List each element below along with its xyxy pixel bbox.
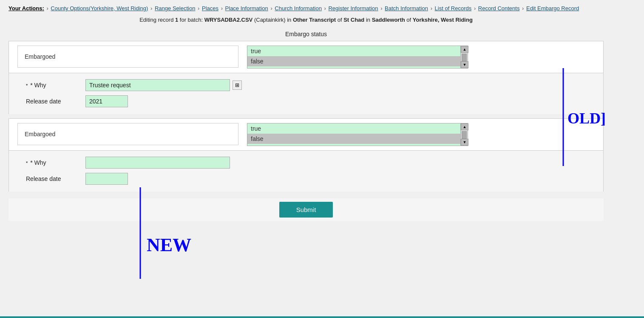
old-why-row: * * Why ⊞: [26, 77, 586, 91]
new-embargo-section: Embargoed true false ▲ ▼: [9, 118, 604, 151]
breadcrumb-places[interactable]: Places: [202, 5, 218, 11]
your-actions-label: Your Actions:: [9, 5, 44, 11]
breadcrumb-record-contents[interactable]: Record Contents: [478, 5, 520, 11]
old-scroll-up-arrow[interactable]: ▲: [461, 46, 468, 53]
new-scroll-thumb: [462, 131, 467, 139]
old-release-date-input[interactable]: [85, 95, 128, 107]
embargo-status-heading: Embargo status: [9, 31, 604, 37]
new-scroll-down-arrow[interactable]: ▼: [461, 139, 468, 146]
breadcrumb-register-information[interactable]: Register Information: [328, 5, 378, 11]
new-fields-section: * * Why Release date: [9, 151, 604, 192]
old-scroll-down-arrow[interactable]: ▼: [461, 61, 468, 68]
new-listbox-scrollbar[interactable]: ▲ ▼: [460, 123, 468, 146]
old-option-true[interactable]: true: [247, 46, 460, 56]
old-listbox-scrollbar[interactable]: ▲ ▼: [460, 46, 468, 69]
old-why-label: * * Why: [26, 82, 77, 89]
breadcrumb-batch-information[interactable]: Batch Information: [385, 5, 428, 11]
old-why-icon[interactable]: ⊞: [233, 80, 242, 90]
old-embargo-listbox-container: true false ▲ ▼: [247, 46, 468, 69]
new-embargo-listbox-container: true false ▲ ▼: [247, 123, 468, 146]
breadcrumb-range-selection[interactable]: Range Selection: [155, 5, 195, 11]
old-fields-section: * * Why ⊞ Release date: [9, 73, 604, 114]
old-scroll-thumb: [462, 54, 467, 61]
svg-text:NEW: NEW: [147, 235, 191, 255]
old-why-required-star: *: [26, 83, 28, 88]
breadcrumb-edit-embargo-record[interactable]: Edit Embargo Record: [526, 5, 579, 11]
old-option-false[interactable]: false: [247, 56, 460, 66]
old-release-date-row: Release date: [26, 95, 586, 107]
new-option-false[interactable]: false: [247, 134, 460, 144]
new-embargoed-row: Embargoed true false ▲ ▼: [17, 123, 595, 146]
breadcrumb-list-of-records[interactable]: List of Records: [435, 5, 472, 11]
submit-row: Submit: [9, 198, 604, 221]
new-option-true[interactable]: true: [247, 123, 460, 134]
old-release-date-label: Release date: [26, 98, 77, 105]
breadcrumb-church-information[interactable]: Church Information: [275, 5, 322, 11]
bottom-bar: [0, 316, 644, 318]
page-subtitle: Editing record 1 for batch: WRYSADBA2.CS…: [9, 17, 604, 23]
new-embargoed-label: Embargoed: [17, 123, 238, 145]
breadcrumb-place-information[interactable]: Place Information: [225, 5, 268, 11]
new-release-date-input[interactable]: [85, 173, 128, 185]
breadcrumb: Your Actions: › County Options(Yorkshire…: [9, 4, 604, 13]
old-scroll-thumb-area: [461, 53, 468, 61]
old-embargo-section: Embargoed true false ▲ ▼: [9, 41, 604, 73]
breadcrumb-county-options[interactable]: County Options(Yorkshire, West Riding): [51, 5, 148, 11]
new-scroll-up-arrow[interactable]: ▲: [461, 123, 468, 130]
old-embargo-listbox[interactable]: true false: [247, 46, 460, 69]
old-embargoed-label: Embargoed: [17, 46, 238, 68]
submit-button[interactable]: Submit: [279, 202, 333, 218]
old-embargoed-row: Embargoed true false ▲ ▼: [17, 46, 595, 69]
new-release-date-row: Release date: [26, 173, 586, 185]
new-why-row: * * Why: [26, 154, 586, 169]
new-scroll-thumb-area: [461, 130, 468, 139]
new-why-label: * * Why: [26, 159, 77, 166]
new-release-date-label: Release date: [26, 175, 77, 182]
old-why-input[interactable]: [85, 79, 230, 91]
new-why-input[interactable]: [85, 157, 230, 169]
new-why-required-star: *: [26, 160, 28, 166]
new-embargo-listbox[interactable]: true false: [247, 123, 460, 146]
